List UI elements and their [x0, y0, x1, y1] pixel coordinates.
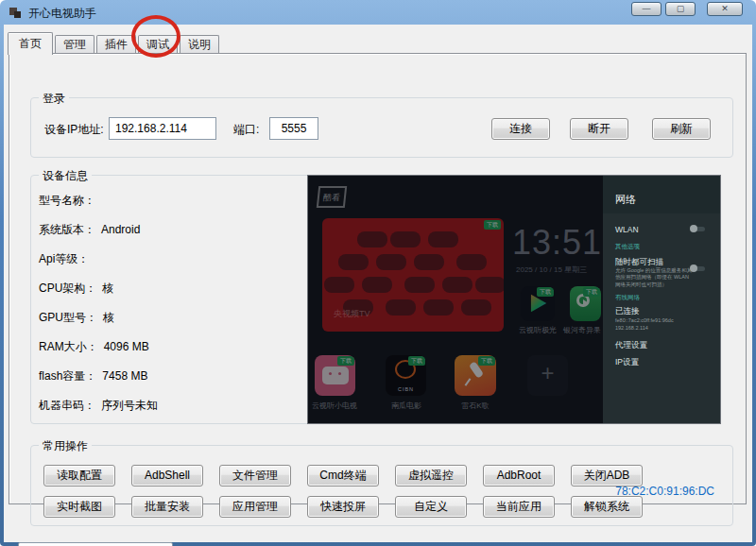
- device-row-api: Api等级：: [39, 251, 94, 267]
- op-read-config[interactable]: 读取配置: [43, 465, 115, 486]
- disconnect-button[interactable]: 断开: [570, 118, 628, 140]
- login-group-title: 登录: [39, 91, 69, 107]
- op-cmd-terminal[interactable]: Cmd终端: [307, 465, 379, 486]
- device-row-model: 型号名称：: [39, 193, 101, 209]
- port-input[interactable]: 5555: [269, 117, 318, 140]
- tab-home[interactable]: 首页: [8, 32, 53, 55]
- maximize-button[interactable]: ▢: [665, 2, 696, 16]
- mac-address: 78:C2:C0:91:96:DC: [588, 485, 714, 498]
- client-area: 首页 管理 插件 调试 说明 登录 设备IP地址: 192.168.2.114 …: [4, 25, 752, 542]
- tab-plugins[interactable]: 插件: [96, 35, 136, 54]
- wlan-toggle-icon: [690, 225, 706, 232]
- network-title: 网络: [615, 193, 636, 207]
- op-app-manager[interactable]: 应用管理: [219, 496, 291, 518]
- wlan-label: WLAN: [615, 225, 639, 234]
- device-row-os: 系统版本：Android: [39, 222, 140, 238]
- ip-label: 设备IP地址:: [44, 122, 104, 138]
- proxy-settings: 代理设置: [615, 340, 647, 351]
- device-row-cpu: CPU架构：核: [39, 281, 113, 297]
- dim-overlay: [308, 176, 603, 424]
- op-batch-install[interactable]: 批量安装: [131, 496, 203, 518]
- device-row-flash: flash容量：7458 MB: [39, 368, 147, 384]
- tv-network-panel: 网络 WLAN 其他选项 随时都可扫描 允许 Google 的位置信息服务和其他…: [603, 176, 721, 424]
- op-unlock-system[interactable]: 解锁系统: [571, 496, 643, 518]
- ip-input[interactable]: 192.168.2.114: [109, 117, 216, 140]
- scan-description: 允许 Google 的位置信息服务和其他应用扫描网络（即便在 WLAN 网络关闭…: [615, 267, 693, 288]
- title-bar: 开心电视助手 — ▢ ✕: [0, 0, 756, 25]
- op-adb-shell[interactable]: AdbShell: [131, 465, 203, 486]
- tab-page-home: 登录 设备IP地址: 192.168.2.114 端口: 5555 连接 断开 …: [9, 53, 747, 504]
- connected-label: 已连接: [615, 306, 640, 317]
- op-adb-root[interactable]: AdbRoot: [483, 465, 555, 486]
- op-virtual-remote[interactable]: 虚拟遥控: [395, 465, 467, 486]
- refresh-button[interactable]: 刷新: [652, 118, 711, 140]
- network-section-1: 其他选项: [615, 243, 640, 251]
- device-row-serial: 机器串码：序列号未知: [39, 398, 158, 414]
- connect-button[interactable]: 连接: [491, 118, 550, 140]
- minimize-button[interactable]: —: [631, 2, 662, 16]
- network-section-2: 有线网络: [615, 294, 640, 302]
- ip-address: 192.168.2.114: [615, 325, 693, 332]
- device-info-group: 设备信息 型号名称： 系统版本：Android Api等级： CPU架构：核 G…: [30, 175, 316, 424]
- op-file-manager[interactable]: 文件管理: [219, 465, 291, 486]
- port-label: 端口:: [233, 122, 259, 138]
- tab-manage[interactable]: 管理: [55, 35, 94, 54]
- device-dropdown[interactable]: [18, 542, 173, 546]
- ip-settings: IP设置: [615, 357, 639, 368]
- op-current-app[interactable]: 当前应用: [483, 496, 555, 518]
- op-quick-cast[interactable]: 快速投屏: [307, 496, 379, 518]
- tab-help[interactable]: 说明: [180, 35, 219, 54]
- tv-screenshot: 酷看 下载 央视频TV 13:51 2025 / 10 / 15 星期三: [307, 175, 721, 424]
- app-window: 开心电视助手 — ▢ ✕ 首页 管理 插件 调试 说明 登录 设备IP地址: 1…: [0, 0, 756, 546]
- close-button[interactable]: ✕: [707, 2, 743, 16]
- annotation-circle: [131, 15, 180, 58]
- operations-group-title: 常用操作: [39, 438, 92, 454]
- device-row-ram: RAM大小：4096 MB: [39, 339, 149, 355]
- app-icon: [14, 11, 21, 18]
- device-info-group-title: 设备信息: [39, 168, 92, 184]
- op-live-screenshot[interactable]: 实时截图: [43, 496, 115, 518]
- device-row-gpu: GPU型号：核: [39, 310, 114, 326]
- op-custom[interactable]: 自定义: [395, 496, 467, 518]
- tv-home-screen: 酷看 下载 央视频TV 13:51 2025 / 10 / 15 星期三: [308, 176, 603, 424]
- login-group: 登录 设备IP地址: 192.168.2.114 端口: 5555 连接 断开 …: [30, 97, 733, 158]
- window-title: 开心电视助手: [28, 6, 96, 22]
- op-close-adb[interactable]: 关闭ADB: [571, 465, 643, 486]
- ipv6-address: fe80::7ac2:c0ff:fe91:96dc: [615, 317, 693, 324]
- scan-toggle-icon: [690, 264, 706, 272]
